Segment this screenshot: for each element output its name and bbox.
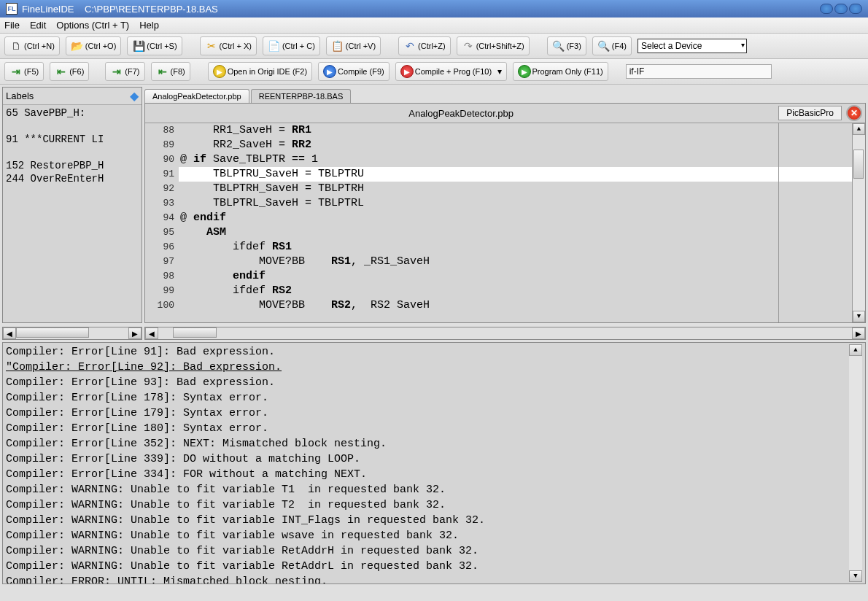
cut-button[interactable]: ✂ (Ctrl + X) — [200, 36, 257, 55]
output-line[interactable]: Compiler: Error[Line 179]: Syntax error. — [6, 406, 849, 421]
editor-hscroll[interactable]: ◀ ▶ — [144, 327, 866, 340]
clipboard-icon: 📋 — [331, 39, 344, 53]
find-next-button[interactable]: 🔍 (F4) — [592, 36, 632, 55]
output-line[interactable]: Compiler: Error[Line 339]: DO without a … — [6, 451, 849, 467]
code-line[interactable]: @ if Save_TBLPTR == 1 — [179, 152, 852, 167]
output-line[interactable]: Compiler: Error[Line 180]: Syntax error. — [6, 421, 849, 436]
hscroll-thumb[interactable] — [173, 327, 217, 338]
close-window-button[interactable] — [849, 4, 862, 14]
breakpoint-f7-button[interactable]: ⇥ (F7) — [105, 62, 144, 81]
gutter-line: 91 — [145, 167, 174, 182]
code-line[interactable]: TBLPTRH_SaveH = TBLPTRH — [179, 182, 852, 196]
find-button[interactable]: 🔍 (F3) — [547, 36, 586, 55]
close-tab-button[interactable]: ✕ — [846, 105, 862, 121]
compile-button[interactable]: ▶ Compile (F9) — [318, 62, 390, 81]
labels-hscroll[interactable]: ◀ ▶ — [2, 327, 142, 340]
maximize-button[interactable] — [834, 4, 848, 14]
code-area[interactable]: 888990919293949596979899100 RR1_SaveH = … — [145, 123, 865, 322]
output-line[interactable]: Compiler: WARNING: Unable to fit variabl… — [6, 528, 849, 543]
undo-icon: ↶ — [403, 39, 416, 53]
output-vscroll[interactable]: ▲ ▼ — [849, 344, 862, 582]
undo-button[interactable]: ↶ (Ctrl+Z) — [398, 36, 451, 55]
output-line[interactable]: Compiler: Error[Line 334]: FOR without a… — [6, 467, 849, 482]
app-icon: FL — [6, 3, 18, 15]
scroll-left-button[interactable]: ◀ — [3, 327, 16, 339]
code-line[interactable]: RR2_SaveH = RR2 — [179, 138, 852, 152]
code-line[interactable]: MOVE?BB RS1, _RS1_SaveH — [179, 255, 852, 269]
code-line[interactable]: MOVE?BB RS2, RS2 SaveH — [179, 298, 852, 313]
output-line[interactable]: Compiler: Error[Line 178]: Syntax error. — [6, 390, 849, 406]
code-line[interactable]: endif — [179, 269, 852, 284]
label-line[interactable]: 65 SavePBP_H: — [6, 106, 139, 120]
hscroll-track[interactable] — [158, 327, 852, 339]
paste-button[interactable]: 📋 (Ctrl +V) — [326, 36, 381, 55]
label-line[interactable]: 152 RestorePBP_H — [6, 159, 139, 172]
vscroll-track[interactable] — [849, 356, 862, 570]
output-panel[interactable]: Compiler: Error[Line 91]: Bad expression… — [2, 342, 866, 584]
output-line[interactable]: "Compiler: Error[Line 92]: Bad expressio… — [6, 360, 849, 375]
titlebar: FL FineLineIDE C:\PBP\REENTERPBP-18.BAS — [0, 0, 868, 18]
chevron-down-icon[interactable]: ▾ — [497, 66, 502, 77]
output-line[interactable]: Compiler: ERROR: UNTIL: Mismatched block… — [6, 574, 849, 584]
label-line[interactable] — [6, 120, 139, 133]
label-line[interactable]: 244 OverReEnterH — [6, 172, 139, 185]
scroll-up-button[interactable]: ▲ — [849, 344, 862, 356]
copy-button[interactable]: 📄 (Ctrl + C) — [263, 36, 320, 55]
breakpoint-f6-button[interactable]: ⇤ (F6) — [50, 62, 89, 81]
editor-tab[interactable]: REENTERPBP-18.BAS — [251, 89, 352, 103]
hscroll-thumb[interactable] — [16, 327, 89, 338]
hscroll-track[interactable] — [16, 327, 128, 339]
open-origi-button[interactable]: ▶ Open in Origi IDE (F2) — [208, 62, 312, 81]
scroll-right-button[interactable]: ▶ — [852, 327, 865, 339]
minimize-button[interactable] — [820, 4, 833, 14]
horizontal-scroll-row: ◀ ▶ ◀ ▶ — [0, 325, 868, 342]
output-line[interactable]: Compiler: Error[Line 352]: NEXT: Mismatc… — [6, 436, 849, 451]
code-line[interactable]: ifdef RS1 — [179, 240, 852, 255]
scroll-left-button[interactable]: ◀ — [145, 327, 158, 339]
menu-edit[interactable]: Edit — [30, 20, 46, 31]
breakpoint-f8-button[interactable]: ⇤ (F8) — [151, 62, 190, 81]
vscroll-thumb[interactable] — [853, 150, 864, 179]
output-line[interactable]: Compiler: Error[Line 91]: Bad expression… — [6, 344, 849, 360]
output-line[interactable]: Compiler: Error[Line 93]: Bad expression… — [6, 375, 849, 390]
code-line[interactable]: @ endif — [179, 211, 852, 225]
menu-help[interactable]: Help — [139, 20, 159, 31]
scroll-up-button[interactable]: ▲ — [853, 123, 865, 135]
labels-header[interactable]: Labels ◆ — [3, 88, 142, 105]
output-line[interactable]: Compiler: WARNING: Unable to fit variabl… — [6, 513, 849, 528]
new-button[interactable]: 🗋 (Ctrl +N) — [4, 36, 60, 55]
code-line[interactable]: TBLPTRL_SaveH = TBLPTRL — [179, 196, 852, 211]
scroll-right-button[interactable]: ▶ — [128, 327, 142, 339]
menu-options[interactable]: Options (Ctrl + T) — [56, 20, 129, 31]
copy-icon: 📄 — [268, 39, 281, 53]
menu-file[interactable]: File — [4, 20, 20, 31]
open-button[interactable]: 📂 (Ctrl +O) — [66, 36, 121, 55]
scroll-down-button[interactable]: ▼ — [853, 311, 865, 322]
device-select[interactable]: Select a Device ▾ — [638, 39, 747, 53]
right-margin-line — [778, 123, 779, 322]
compile-prog-button[interactable]: ▶ Compile + Prog (F10) ▾ — [395, 62, 507, 81]
output-line[interactable]: Compiler: WARNING: Unable to fit variabl… — [6, 543, 849, 559]
vscroll-track[interactable] — [853, 135, 865, 311]
if-textbox[interactable]: if-IF — [626, 64, 772, 79]
output-line[interactable]: Compiler: WARNING: Unable to fit variabl… — [6, 482, 849, 497]
save-icon: 💾 — [132, 39, 145, 53]
code-line[interactable]: TBLPTRU_SaveH = TBLPTRU — [179, 167, 852, 182]
redo-button[interactable]: ↷ (Ctrl+Shift+Z) — [457, 36, 530, 55]
save-button[interactable]: 💾 (Ctrl +S) — [127, 36, 182, 55]
label-line[interactable]: 91 ***CURRENT LI — [6, 133, 139, 146]
labels-list[interactable]: 65 SavePBP_H: 91 ***CURRENT LI 152 Resto… — [3, 105, 142, 322]
code-body[interactable]: RR1_SaveH = RR1 RR2_SaveH = RR2@ if Save… — [179, 123, 852, 322]
dropdown-diamond-icon[interactable]: ◆ — [130, 89, 139, 103]
label-line[interactable] — [6, 146, 139, 159]
program-only-button[interactable]: ▶ Program Only (F11) — [513, 62, 608, 81]
scroll-down-button[interactable]: ▼ — [849, 570, 862, 582]
editor-tab[interactable]: AnalogPeakDetector.pbp — [144, 89, 249, 103]
code-line[interactable]: ASM — [179, 225, 852, 240]
output-line[interactable]: Compiler: WARNING: Unable to fit variabl… — [6, 497, 849, 513]
code-line[interactable]: RR1_SaveH = RR1 — [179, 123, 852, 138]
breakpoint-f5-button[interactable]: ⇥ (F5) — [4, 62, 44, 81]
code-line[interactable]: ifdef RS2 — [179, 284, 852, 298]
vertical-scrollbar[interactable]: ▲ ▼ — [852, 123, 865, 322]
output-line[interactable]: Compiler: WARNING: Unable to fit variabl… — [6, 559, 849, 574]
